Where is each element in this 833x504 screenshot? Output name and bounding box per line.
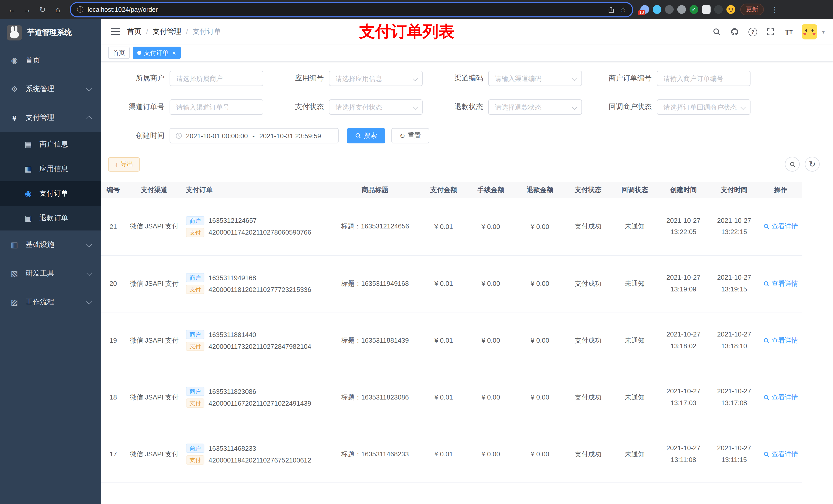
merchant-select[interactable] [170,71,263,86]
extension-icon-3[interactable] [665,5,674,14]
user-avatar[interactable] [802,24,817,40]
export-button[interactable]: ↓ 导出 [108,157,140,171]
cell-status: 支付成功 [565,255,612,312]
sidebar-item-workflow[interactable]: ▨ 工作流程 [0,288,101,316]
hamburger-icon[interactable] [111,31,120,32]
cell-pay-order: 商户1635311881440 支付4200001173202110272847… [183,312,329,369]
download-icon: ↓ [115,161,118,168]
cell-amount: ¥ 0.01 [421,426,466,482]
sidebar-item-home[interactable]: ◉ 首页 [0,46,101,75]
clock-icon [175,132,182,139]
sidebar-item-payment[interactable]: ¥ 支付管理 [0,103,101,132]
back-icon[interactable]: ← [5,3,19,16]
filter-row-3: 创建时间 2021-10-01 00:00:00 - 2021-10-31 23… [108,128,833,143]
sidebar-item-app-info[interactable]: ▦ 应用信息 [0,157,101,181]
forward-icon[interactable]: → [21,3,34,16]
notify-status-select[interactable] [657,99,751,115]
extension-icon-1[interactable]: 10 [640,5,649,14]
cell-amount: ¥ 0.01 [421,198,466,255]
sidebar-item-merchant-info[interactable]: ▤ 商户信息 [0,132,101,157]
view-detail-label: 查看详情 [771,450,798,459]
view-detail-label: 查看详情 [771,392,798,402]
sidebar-item-system[interactable]: ⚙ 系统管理 [0,75,101,103]
refresh-table-button[interactable]: ↻ [805,157,820,172]
table-mini-actions: ↻ [780,157,820,172]
caret-down-icon[interactable]: ▾ [822,28,825,35]
tags-view-bar: 首页 支付订单 × [101,45,833,62]
create-time: 13:11:08 [661,454,706,465]
filter-label: 渠道编码 [435,74,488,83]
cell-title: 标题：1635312124656 [329,198,421,255]
extension-icon-2[interactable] [653,5,661,14]
sidebar-item-label: 退款订单 [40,214,68,223]
view-detail-link[interactable]: 查看详情 [763,336,798,345]
extension-icon-6[interactable] [702,5,711,14]
search-button[interactable]: 搜索 [347,128,385,143]
extension-strip: 10 ✓ [640,5,735,14]
toolbox-icon: ▧ [10,269,19,278]
font-size-icon[interactable]: TT [784,27,793,37]
cell-id: 21 [101,198,125,255]
title-value: 1635312124656 [361,222,409,230]
pay-status-select[interactable] [329,99,423,115]
cell-refund: ¥ 0.00 [515,369,565,426]
tab-home[interactable]: 首页 [108,47,129,59]
toggle-search-button[interactable] [785,157,800,172]
extension-icon-4[interactable] [677,5,686,14]
page-header: 首页 / 支付管理 / 支付订单 支付订单列表 ? [101,19,833,45]
view-detail-link[interactable]: 查看详情 [763,279,798,288]
browser-update-button[interactable]: 更新 [740,4,764,15]
share-icon[interactable] [607,5,616,14]
view-detail-link[interactable]: 查看详情 [763,392,798,402]
sidebar-item-devtools[interactable]: ▧ 研发工具 [0,259,101,288]
col-status: 支付状态 [565,182,612,198]
extension-check-icon[interactable]: ✓ [690,5,698,14]
reset-button[interactable]: ↻ 重置 [391,128,429,143]
extension-emoji-icon[interactable] [727,5,735,14]
merchant-order-no-input[interactable] [657,71,751,86]
address-bar[interactable]: ⓘ localhost:1024/pay/order ☆ [71,3,632,16]
title-prefix: 标题： [341,450,361,458]
create-time: 13:22:05 [661,226,706,238]
refresh-icon: ↻ [809,159,816,169]
bookmark-star-icon[interactable]: ☆ [620,6,626,13]
home-icon[interactable]: ⌂ [51,3,65,16]
sidebar-item-pay-order[interactable]: ◉ 支付订单 [0,181,101,206]
help-icon[interactable]: ? [748,27,757,37]
cell-actions: 查看详情 [759,426,802,482]
site-info-icon[interactable]: ⓘ [77,5,84,14]
breadcrumb-payment[interactable]: 支付管理 [153,27,181,37]
dashboard-icon: ◉ [10,56,19,65]
logo-avatar [7,25,22,40]
github-icon[interactable] [730,27,739,37]
fullscreen-icon[interactable] [766,27,776,37]
extension-icon-7[interactable] [714,5,723,14]
chevron-down-icon [86,270,92,276]
title-prefix: 标题： [341,336,361,344]
tab-pay-order[interactable]: 支付订单 × [133,47,181,59]
sidebar-item-infrastructure[interactable]: ▥ 基础设施 [0,231,101,259]
cell-fee: ¥ 0.00 [466,255,515,312]
reload-icon[interactable]: ↻ [36,3,49,16]
sidebar-item-label: 基础设施 [26,240,54,249]
browser-menu-icon[interactable]: ⋮ [769,5,781,14]
refund-status-select[interactable] [488,99,582,115]
close-icon[interactable]: × [172,49,176,56]
view-detail-link[interactable]: 查看详情 [763,222,798,231]
channel-code-select[interactable] [488,71,582,86]
sidebar-item-label: 商户信息 [40,140,68,149]
cell-id: 19 [101,312,125,369]
view-detail-link[interactable]: 查看详情 [763,450,798,459]
app-id-select[interactable] [329,71,423,86]
cell-amount: ¥ 0.01 [421,255,466,312]
merchant-tag: 商户 [186,273,205,282]
pay-tag: 支付 [186,228,205,237]
cell-id: 18 [101,369,125,426]
search-icon[interactable] [712,27,721,37]
breadcrumb-home[interactable]: 首页 [127,27,141,37]
title-value: 1635311823086 [361,393,409,401]
channel-order-no-input[interactable] [170,99,263,115]
date-range-picker[interactable]: 2021-10-01 00:00:00 - 2021-10-31 23:59:5… [170,128,339,143]
sidebar-item-refund-order[interactable]: ▣ 退款订单 [0,206,101,231]
col-fee: 手续金额 [466,182,515,198]
